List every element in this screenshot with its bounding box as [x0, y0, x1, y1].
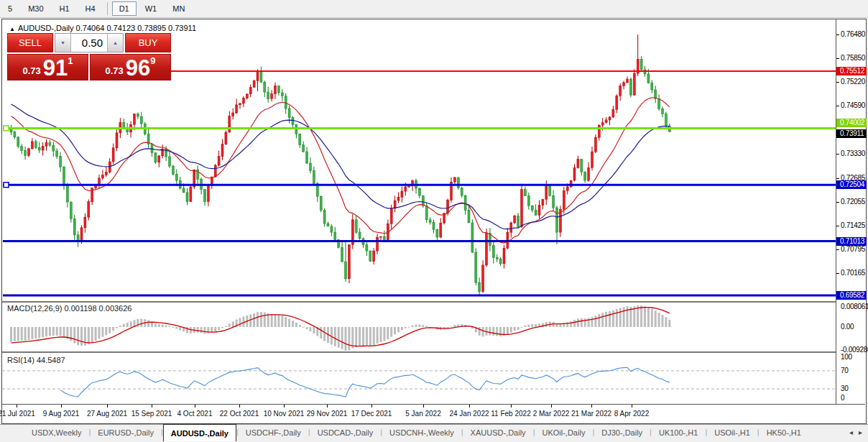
date-tick-mark	[423, 405, 424, 408]
tab-xauusd-daily[interactable]: XAUUSD-,Daily	[463, 425, 533, 441]
date-axis: 21 Jul 20219 Aug 202127 Aug 202115 Sep 2…	[2, 404, 865, 423]
chart-marker-icon: ▲	[9, 26, 15, 32]
price-tick-label: 0.70795	[841, 245, 865, 253]
tab-usdcad-daily[interactable]: USDCAD-,Daily	[310, 425, 381, 441]
symbol-tabbar: USDX,Weekly|EURUSD-,Daily|AUDUSD-,Daily|…	[0, 424, 868, 441]
date-tick-mark	[371, 405, 372, 408]
rsi-panel-splitter[interactable]	[2, 351, 866, 353]
buy-price-prefix: 0.73	[105, 65, 123, 76]
tab-eurusd-daily[interactable]: EURUSD-,Daily	[91, 425, 161, 441]
chart-ohlc-values: 0.74064 0.74123 0.73895 0.73911	[76, 24, 196, 32]
date-tick-label: 5 Jan 2022	[398, 410, 448, 418]
price-tick-label: 0.75850	[841, 54, 865, 62]
price-tick-mark	[836, 106, 839, 106]
macd-panel-splitter[interactable]	[2, 301, 866, 303]
date-tick-mark	[591, 405, 592, 408]
chart-symbol-label: AUDUSD-,Daily	[18, 24, 74, 32]
price-tick-mark	[836, 202, 839, 203]
indicator-axis-label: 70	[841, 367, 849, 374]
date-tick-label: 17 Dec 2021	[346, 410, 397, 418]
sell-price-pip: 1	[68, 55, 73, 66]
price-tick-mark	[836, 34, 839, 35]
date-tick-mark	[107, 405, 108, 408]
price-tick-mark	[836, 82, 839, 83]
tab-scroll-right-icon[interactable]: ▸	[859, 428, 862, 436]
price-axis-marker: 0.74002	[836, 119, 867, 127]
buy-price-main: 96	[126, 58, 150, 78]
price-tick-mark	[836, 226, 839, 226]
sell-price-main: 91	[43, 58, 68, 78]
price-tick-label: 0.72055	[841, 198, 865, 206]
tab-ukoil-daily[interactable]: UKOil-,Daily	[535, 425, 592, 441]
chart-title: ▲AUDUSD-,Daily 0.74064 0.74123 0.73895 0…	[9, 24, 196, 32]
tab-scroll-arrows: ◂▸	[844, 425, 868, 441]
date-tick-label: 27 Aug 2021	[82, 410, 132, 418]
sell-price-display[interactable]: 0.73911	[7, 54, 88, 80]
date-tick-mark	[551, 405, 552, 408]
date-tick-mark	[239, 405, 240, 408]
date-tick-mark	[61, 405, 62, 408]
tab-hk50-h1[interactable]: HK50-,H1	[760, 425, 808, 441]
tab-dj30-daily[interactable]: DJ30-,Daily	[594, 425, 650, 441]
volume-spinner: ▼ ▲	[55, 33, 124, 52]
date-tick-mark	[511, 405, 512, 408]
price-axis-marker: 0.73911	[836, 129, 867, 138]
date-tick-mark	[152, 405, 152, 408]
date-tick-mark	[195, 405, 195, 408]
toolbar-separator	[107, 2, 108, 15]
indicator-axis-label: 0.008061	[841, 303, 868, 310]
price-tick-mark	[836, 178, 839, 179]
price-axis-marker: 0.75512	[836, 67, 867, 75]
timeframe-button-w1[interactable]: W1	[138, 1, 165, 16]
sell-button[interactable]: SELL	[7, 33, 53, 52]
indicator-axis-label: 100	[841, 353, 852, 361]
timeframe-button-h4[interactable]: H4	[78, 1, 103, 16]
price-tick-label: 0.74590	[841, 101, 865, 109]
price-axis-marker: 0.69582	[836, 291, 867, 300]
indicator-axis-label: 30	[841, 385, 849, 392]
tab-usoil-h1[interactable]: USOil-,H1	[707, 425, 757, 441]
date-tick-label: 4 Oct 2021	[170, 410, 220, 418]
date-tick-mark	[284, 405, 285, 408]
price-axis-marker: 0.71013	[836, 237, 867, 246]
volume-decrease-button[interactable]: ▼	[55, 34, 71, 52]
date-tick-mark	[327, 405, 328, 408]
timeframe-button-mn[interactable]: MN	[165, 1, 192, 16]
price-tick-label: 0.71425	[841, 221, 865, 229]
tab-scroll-left-icon[interactable]: ◂	[849, 428, 853, 436]
trade-panel: SELL ▼ ▲ BUY 0.73911 0.73969	[7, 33, 171, 80]
indicator-axis-label: 0	[841, 394, 844, 402]
volume-increase-button[interactable]: ▲	[107, 34, 123, 52]
date-tick-label: 9 Aug 2021	[36, 410, 86, 418]
timeframe-button-h1[interactable]: H1	[52, 1, 77, 16]
tab-uk100-h1[interactable]: UK100-,H1	[652, 425, 705, 441]
indicator-axis-label: 0.00	[841, 323, 854, 331]
mt4-window: 5M30H1H4D1W1MN ▲AUDUSD-,Daily 0.74064 0.…	[0, 0, 868, 442]
timeframe-button-5[interactable]: 5	[1, 1, 19, 16]
timeframe-button-m30[interactable]: M30	[21, 1, 50, 16]
price-axis-marker: 0.72504	[836, 180, 867, 189]
timeframe-toolbar: 5M30H1H4D1W1MN	[0, 0, 868, 18]
date-tick-mark	[469, 405, 470, 408]
price-tick-label: 0.73330	[841, 149, 865, 157]
volume-input[interactable]	[71, 34, 107, 52]
tab-usdchf-daily[interactable]: USDCHF-,Daily	[239, 425, 308, 441]
timeframe-button-d1[interactable]: D1	[112, 1, 137, 16]
tab-usdx-weekly[interactable]: USDX,Weekly	[24, 425, 88, 441]
price-tick-label: 0.70165	[841, 269, 865, 277]
tab-usdcnh-weekly[interactable]: USDCNH-,Weekly	[382, 425, 461, 441]
price-tick-label: 0.76480	[841, 30, 865, 38]
buy-price-pip: 9	[150, 55, 155, 66]
date-tick-label: 29 Nov 2021	[302, 410, 352, 418]
buy-button[interactable]: BUY	[125, 33, 171, 52]
date-tick-mark	[632, 405, 632, 408]
tab-audusd-daily[interactable]: AUDUSD-,Daily	[163, 424, 236, 441]
macd-label: MACD(12,26,9) 0.001198 0.003626	[7, 304, 131, 313]
buy-price-display[interactable]: 0.73969	[90, 54, 171, 80]
price-tick-label: 0.75220	[841, 78, 865, 86]
date-tick-mark	[17, 405, 17, 408]
triangle-down-icon: ▼	[60, 40, 65, 45]
price-axis: 0.764800.758500.752200.745900.733300.726…	[836, 19, 866, 404]
price-tick-mark	[836, 58, 839, 59]
sell-price-prefix: 0.73	[22, 65, 40, 76]
